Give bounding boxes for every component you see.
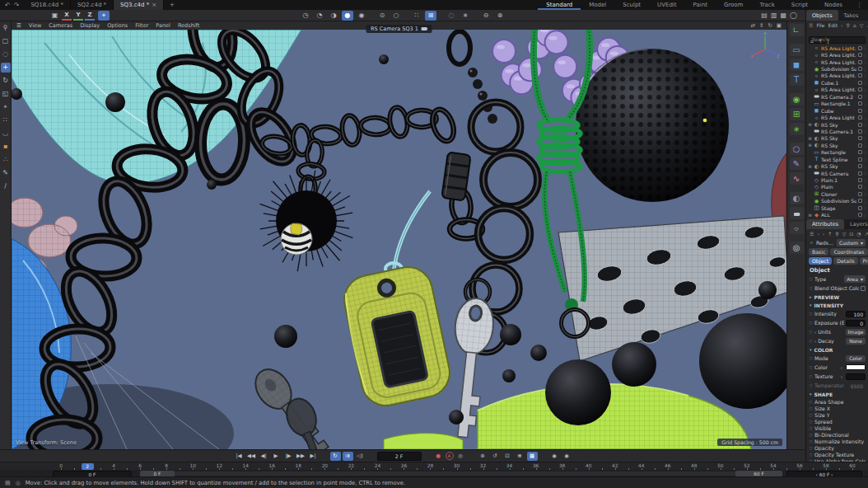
object-row[interactable]: ⌔RS Area Light.2⋮ [808,73,868,79]
row-menu-dots[interactable]: ⋮ [863,150,867,155]
subdivision-surface-icon[interactable]: ◉ [790,93,804,106]
object-row[interactable]: ▭Rectangle.1⋮ [808,101,868,107]
object-row[interactable]: ⌔RS Area Light.5⋮ [808,45,868,51]
visibility-toggle[interactable] [858,178,862,182]
object-row[interactable]: ◉Subdivision Surface.1⋮ [808,65,868,72]
history-icon[interactable]: ◔ [856,231,861,237]
key-scale-icon[interactable]: ⊡ [502,452,513,461]
row-menu-dots[interactable]: ⋮ [863,171,867,176]
axis-tool-icon[interactable]: ⌖ [1,102,11,112]
row-menu-dots[interactable]: ⋮ [863,213,867,218]
search-icon[interactable]: ⚲ [846,22,849,28]
document-tab[interactable]: SQ3.c4d *× [114,0,164,10]
visibility-toggle[interactable] [858,67,862,71]
menu-edit[interactable]: Edit [828,22,838,28]
pan-view-icon[interactable]: ⇄ [750,22,754,29]
object-row[interactable]: ⊞◐RS Sky⋮ [808,135,868,142]
back-icon[interactable]: ‹ [817,231,819,237]
visibility-toggle[interactable] [858,115,862,120]
viewport-menu-view[interactable]: View [29,22,41,29]
row-menu-dots[interactable]: ⋮ [863,164,867,169]
visibility-toggle[interactable] [858,53,862,57]
forward-icon[interactable]: › [823,231,824,237]
object-row[interactable]: ◫Stage⋮ [808,204,868,211]
row-menu-dots[interactable]: ⋮ [863,199,867,204]
keyframe-circle-icon[interactable]: ○ [809,339,813,343]
layout-tab-groom[interactable]: Groom [716,0,752,10]
sound-icon[interactable]: ◁) [355,452,366,461]
visibility-toggle[interactable] [858,185,862,189]
visibility-toggle[interactable] [858,143,862,148]
visibility-toggle[interactable] [858,136,862,140]
row-menu-dots[interactable]: ⋮ [863,101,867,106]
layout-tab-standard[interactable]: Standard [538,0,581,10]
cube-icon[interactable]: ◼ [790,59,804,71]
render-settings-icon[interactable]: ▦ [780,12,786,19]
menu-file[interactable]: File [816,22,824,28]
visibility-toggle[interactable] [858,95,862,99]
visibility-toggle[interactable] [858,150,862,154]
cancel-icon[interactable]: ⊗ [494,11,506,21]
workplane-icon[interactable]: ∟ [790,24,804,36]
object-row[interactable]: ▭Rectangle⋮ [808,149,868,156]
row-menu-dots[interactable]: ⋮ [863,129,867,134]
object-row[interactable]: RS Camera.2⋮ [808,93,868,100]
row-menu-dots[interactable]: ⋮ [863,87,867,92]
value-button[interactable]: Image [846,329,866,336]
section-preview[interactable]: ▸PREVIEW [806,293,868,301]
visibility-toggle[interactable] [858,192,862,196]
record-icon[interactable]: ● [433,452,444,461]
keyframe-circle-icon[interactable]: ○ [809,439,813,443]
point-mode-icon[interactable]: ▪ [1,142,11,152]
visibility-toggle[interactable] [858,171,862,176]
object-row[interactable]: ⊞◐RS Sky⋮ [808,142,868,148]
row-menu-dots[interactable]: ⋮ [863,122,867,127]
keyframe-circle-icon[interactable]: ○ [809,374,813,378]
panel-menu-icon[interactable]: ☰ [810,231,814,237]
sync-icon[interactable]: ⇉ [343,452,353,461]
current-frame-field[interactable]: 2 F [377,452,422,461]
tab-layers[interactable]: Layers [844,219,868,229]
expander-icon[interactable]: › [814,330,816,335]
text-icon[interactable]: T [790,73,804,86]
keyframe-circle-icon[interactable]: ○ [809,406,813,411]
row-menu-dots[interactable]: ⋮ [863,94,867,99]
lasso-selection-icon[interactable]: ◌ [1,49,11,59]
row-menu-dots[interactable]: ⋮ [863,73,867,78]
row-menu-dots[interactable]: ⋮ [863,53,867,58]
anim-settings-icon[interactable]: ◉ [562,452,572,461]
attribute-mode-label[interactable]: Reds... [816,240,833,246]
attr-tab-object[interactable]: Object [809,257,832,265]
filter-icon[interactable]: ▽ [860,22,864,28]
lock-icon[interactable]: ⊡ [849,231,853,237]
object-row[interactable]: ◼Cube⋮ [808,107,868,114]
tab-objects[interactable]: Objects [806,10,838,21]
layers-grid-icon[interactable]: ▤ [5,480,11,486]
interactive-render-icon[interactable]: ◯ [790,12,797,19]
object-row[interactable]: ⊞◐RS Sky⋮ [808,121,868,128]
attr-tab-basic[interactable]: Basic [809,248,828,256]
effector-icon[interactable]: ∗ [790,123,804,135]
axis-button-y[interactable]: Y [73,11,83,21]
value-field[interactable]: 6500 [846,382,866,389]
value-field[interactable]: 100 [846,311,866,317]
key-position-icon[interactable]: ⊕ [478,452,488,461]
layout-tab-paint[interactable]: Paint [685,0,716,10]
layout-tab-nodes[interactable]: Nodes [816,0,851,10]
material-icon[interactable]: ◎ [790,242,804,254]
value-field[interactable]: 0 [846,320,866,326]
viewport-menu-options[interactable]: Options [107,22,128,29]
layout-tab-track[interactable]: Track [751,0,782,10]
zoom-view-icon[interactable]: ⇕ [759,22,763,29]
viewport-menu-redshift[interactable]: Redshift [178,22,199,29]
cloth-icon[interactable]: ◉ [356,11,367,21]
axis-button-z[interactable]: Z [85,11,95,21]
layout-tab-script[interactable]: Script [783,0,816,10]
expander-icon[interactable]: › [841,374,842,379]
viewport-menu-filter[interactable]: Filter [135,22,148,29]
object-row[interactable]: RS Camera⋮ [808,170,868,176]
keyframe-circle-icon[interactable]: ○ [809,286,813,290]
keyframe-circle-icon[interactable]: ○ [809,433,813,437]
object-row[interactable]: ◇Plain⋮ [808,184,868,190]
row-menu-dots[interactable]: ⋮ [863,191,867,196]
